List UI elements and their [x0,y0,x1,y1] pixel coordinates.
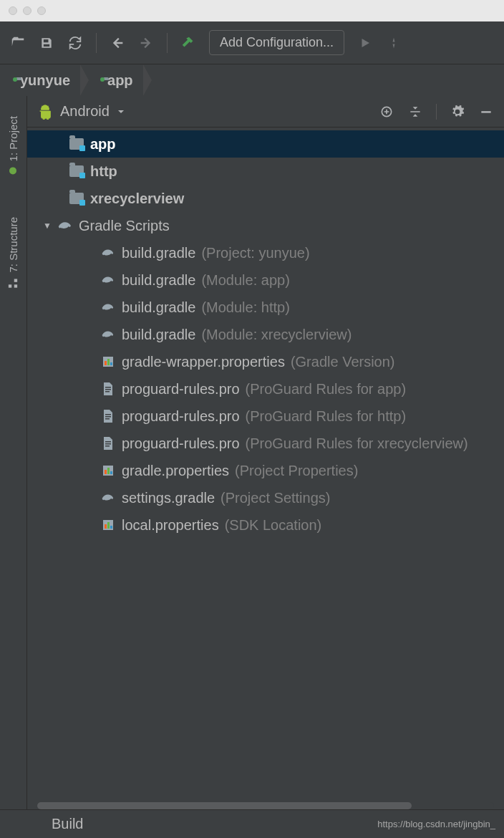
project-view-selector[interactable]: Android [37,103,125,120]
svg-rect-17 [105,446,110,447]
module-folder-icon [69,136,84,152]
module-name: app [90,136,116,153]
file-meta: (ProGuard Rules for app) [246,381,407,398]
properties-icon [100,463,116,478]
close-window-icon[interactable] [9,6,17,15]
svg-rect-23 [105,524,107,529]
collapse-all-icon[interactable] [407,104,423,120]
gradle-icon [100,299,116,315]
svg-rect-0 [14,285,17,288]
file-name: proguard-rules.pro [122,381,240,398]
gradle-section-label: Gradle Scripts [79,218,170,234]
settings-icon[interactable] [450,104,465,120]
svg-rect-11 [105,391,110,392]
expand-arrow-icon[interactable]: ▼ [43,221,57,231]
file-name: proguard-rules.pro [122,408,240,425]
file-meta: (Gradle Version) [291,354,395,370]
gradle-file-node[interactable]: build.gradle(Module: xrecyclerview) [27,321,504,348]
svg-rect-14 [105,418,110,420]
gradle-file-node[interactable]: build.gradle(Project: yunyue) [27,239,504,266]
forward-icon[interactable] [138,35,154,51]
properties-icon [100,354,116,370]
file-icon [100,435,116,451]
file-meta: (Module: xrecyclerview) [201,327,352,343]
tool-window-bar: 1: Project 7: Structure [0,96,27,809]
gradle-file-node[interactable]: gradle.properties(Project Properties) [27,457,504,484]
android-icon [37,104,53,120]
file-meta: (Project Properties) [235,463,358,479]
module-folder-icon [69,191,84,206]
scrollbar-thumb[interactable] [37,802,412,809]
breadcrumb-label: yunyue [20,72,70,89]
run-icon[interactable] [357,35,373,51]
module-node-app[interactable]: app [27,130,504,158]
file-name: gradle.properties [122,463,229,479]
gradle-file-node[interactable]: proguard-rules.pro(ProGuard Rules for ht… [27,403,504,430]
gradle-icon [100,245,116,261]
side-tab-label: 1: Project [7,116,19,161]
build-tool-tab[interactable]: Build [44,813,90,835]
file-meta: (SDK Location) [225,517,322,534]
gradle-file-node[interactable]: local.properties(SDK Location) [27,511,504,539]
select-opened-file-icon[interactable] [379,104,394,120]
horizontal-scrollbar[interactable] [37,802,494,809]
svg-rect-16 [105,443,111,445]
svg-rect-24 [107,522,110,529]
file-meta: (Module: http) [201,299,289,316]
build-icon[interactable] [180,35,196,51]
structure-tool-tab[interactable]: 7: Structure [7,210,19,296]
svg-rect-15 [105,441,111,443]
svg-rect-21 [110,471,112,474]
svg-rect-20 [107,468,110,474]
file-icon [100,408,116,424]
svg-rect-8 [110,362,112,365]
back-icon[interactable] [110,35,125,51]
breadcrumb-module[interactable]: app [96,62,159,99]
file-name: local.properties [122,517,219,534]
file-name: build.gradle [122,299,195,316]
svg-rect-4 [481,111,490,113]
file-icon [100,381,116,397]
file-name: settings.gradle [122,490,215,506]
sync-icon[interactable] [67,35,83,51]
module-node-http[interactable]: http [27,158,504,185]
minimize-window-icon[interactable] [23,6,32,15]
gradle-icon [100,272,116,288]
module-node-xrecyclerview[interactable]: xrecyclerview [27,185,504,212]
module-folder-icon [69,163,84,179]
project-tool-tab[interactable]: 1: Project [7,109,19,181]
gradle-file-node[interactable]: build.gradle(Module: app) [27,266,504,294]
gradle-icon [100,490,116,506]
toolbar-separator [167,33,168,53]
file-name: gradle-wrapper.properties [122,354,285,370]
side-tab-label: 7: Structure [7,217,19,273]
maximize-window-icon[interactable] [37,6,46,15]
run-configuration-selector[interactable]: Add Configuration... [209,30,344,55]
gradle-file-node[interactable]: gradle-wrapper.properties(Gradle Version… [27,348,504,375]
gradle-scripts-node[interactable]: ▼Gradle Scripts [27,212,504,239]
save-icon[interactable] [39,35,54,51]
header-separator [436,104,437,120]
open-icon[interactable] [10,35,26,51]
svg-rect-1 [9,285,11,288]
svg-rect-13 [105,416,111,418]
navigation-breadcrumb: yunyue app [0,64,504,96]
file-meta: (ProGuard Rules for xrecyclerview) [246,435,468,452]
gradle-icon [100,327,116,342]
file-name: build.gradle [122,327,195,343]
gradle-file-node[interactable]: settings.gradle(Project Settings) [27,484,504,511]
file-meta: (ProGuard Rules for http) [246,408,407,425]
gradle-file-node[interactable]: proguard-rules.pro(ProGuard Rules for ap… [27,375,504,403]
gradle-file-node[interactable]: build.gradle(Module: http) [27,294,504,321]
breadcrumb-label: app [107,72,133,89]
svg-rect-6 [105,361,107,365]
svg-rect-12 [105,414,111,415]
breadcrumb-root[interactable]: yunyue [9,62,96,99]
module-name: http [90,163,117,180]
apply-changes-icon[interactable] [386,35,402,51]
gradle-file-node[interactable]: proguard-rules.pro(ProGuard Rules for xr… [27,430,504,457]
structure-icon [9,279,19,289]
project-tree[interactable]: apphttpxrecyclerview▼Gradle Scriptsbuild… [27,127,504,798]
file-name: proguard-rules.pro [122,435,240,452]
hide-panel-icon[interactable] [478,104,494,120]
